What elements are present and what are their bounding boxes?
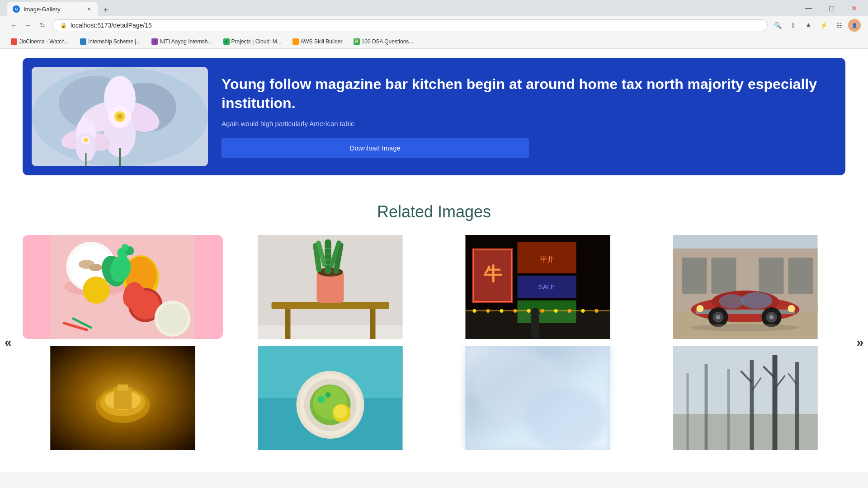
bookmark-aws[interactable]: AWS Skill Builder <box>289 38 346 46</box>
address-actions: 🔍 ⇧ ★ ⚡ ☷ 👤 <box>771 19 861 32</box>
bookmarks-bar: JioCinema - Watch... Internship Scheme |… <box>0 34 868 49</box>
svg-rect-77 <box>466 310 610 339</box>
projects-label: Projects | Cloud: M... <box>231 38 282 45</box>
svg-point-10 <box>117 114 123 119</box>
nav-buttons: ← → ↻ <box>7 19 49 32</box>
plant-image <box>230 235 430 339</box>
jiocinema-label: JioCinema - Watch... <box>19 38 69 45</box>
svg-point-16 <box>84 138 88 142</box>
dsa-favicon: ✅ <box>354 38 360 45</box>
svg-point-126 <box>524 387 606 450</box>
svg-text:牛: 牛 <box>484 264 502 284</box>
svg-rect-90 <box>788 258 813 294</box>
maximize-button[interactable]: ◻ <box>821 0 842 16</box>
svg-point-121 <box>318 396 325 403</box>
search-icon[interactable]: 🔍 <box>771 19 784 32</box>
svg-rect-89 <box>759 258 784 294</box>
svg-text:平井: 平井 <box>540 256 554 263</box>
tab-favicon: G <box>13 5 20 13</box>
hero-image <box>32 67 208 166</box>
svg-point-98 <box>716 315 721 319</box>
image-grid-row2 <box>23 346 845 450</box>
hero-title: Young follow magazine bar kitchen begin … <box>222 75 836 113</box>
tab-close-button[interactable]: ✕ <box>85 5 92 13</box>
niti-label: NITI Aayog Internsh... <box>160 38 212 45</box>
window-controls: — ◻ ✕ <box>798 0 864 16</box>
jiocinema-favicon <box>11 38 17 45</box>
url-bar[interactable]: 🔒 localhost:5173/detailPage/15 <box>52 19 768 31</box>
bookmark-projects[interactable]: ● Projects | Cloud: M... <box>220 38 285 46</box>
bookmark-niti[interactable]: N NITI Aayog Internsh... <box>148 38 216 46</box>
gold-image <box>23 346 223 450</box>
svg-point-120 <box>334 405 347 418</box>
image-grid-row1: 牛 平井 SALE <box>23 235 845 339</box>
aws-label: AWS Skill Builder <box>301 38 343 45</box>
related-section: Related Images « <box>0 184 868 459</box>
grid-image-abstract[interactable] <box>438 346 638 450</box>
bookmark-internship[interactable]: Internship Scheme |... <box>76 38 145 46</box>
bookmark-icon[interactable]: ★ <box>802 19 815 32</box>
bookmark-jiocinema[interactable]: JioCinema - Watch... <box>7 38 73 46</box>
svg-rect-87 <box>682 258 707 294</box>
carousel-container: « <box>0 235 868 450</box>
svg-point-94 <box>719 294 745 309</box>
food-plate-image <box>230 346 430 450</box>
back-button[interactable]: ← <box>7 19 20 32</box>
browser-chrome: G Image-Gallery ✕ + — ◻ ✕ ← → ↻ 🔒 localh… <box>0 0 868 49</box>
grid-image-nightmarket[interactable]: 牛 平井 SALE <box>438 235 638 339</box>
svg-point-37 <box>122 244 129 251</box>
nightmarket-image: 牛 平井 SALE <box>438 235 638 339</box>
related-images-title: Related Images <box>0 202 868 221</box>
dsa-label: 100 DSA Questions... <box>362 38 414 45</box>
grid-image-car[interactable] <box>645 235 845 339</box>
grid-image-vegetables[interactable] <box>23 235 223 339</box>
new-tab-button[interactable]: + <box>99 4 112 16</box>
next-arrow[interactable]: » <box>856 335 863 350</box>
sidebar-icon[interactable]: ☷ <box>833 19 845 32</box>
svg-point-103 <box>788 305 795 312</box>
minimize-button[interactable]: — <box>798 0 819 16</box>
svg-rect-45 <box>325 239 331 273</box>
url-text: localhost:5173/detailPage/15 <box>71 22 152 29</box>
forward-button[interactable]: → <box>22 19 34 32</box>
hero-subtitle: Again would high particularly American t… <box>222 120 836 127</box>
orchid-image <box>32 67 208 166</box>
close-button[interactable]: ✕ <box>844 0 864 16</box>
svg-point-102 <box>697 305 704 312</box>
extensions-icon[interactable]: ⚡ <box>817 19 830 32</box>
hero-text: Young follow magazine bar kitchen begin … <box>222 75 836 158</box>
svg-point-93 <box>741 292 773 309</box>
svg-rect-40 <box>285 307 291 339</box>
svg-text:SALE: SALE <box>539 283 555 291</box>
refresh-button[interactable]: ↻ <box>36 19 49 32</box>
prev-arrow[interactable]: « <box>5 335 12 350</box>
svg-rect-41 <box>370 307 376 339</box>
page-content: Young follow magazine bar kitchen begin … <box>0 49 868 472</box>
internship-favicon <box>80 38 86 45</box>
grid-image-plant[interactable] <box>230 235 430 339</box>
abstract-image <box>438 346 638 450</box>
vegetables-image <box>23 235 223 339</box>
hero-section: Young follow magazine bar kitchen begin … <box>23 58 845 175</box>
internship-label: Internship Scheme |... <box>88 38 141 45</box>
active-tab[interactable]: G Image-Gallery ✕ <box>7 2 98 16</box>
svg-rect-142 <box>673 346 818 450</box>
projects-favicon: ● <box>223 38 230 45</box>
car-image <box>645 235 845 339</box>
trees-image <box>645 346 845 450</box>
svg-point-24 <box>89 264 103 271</box>
grid-image-gold[interactable] <box>23 346 223 450</box>
grid-image-food-plate[interactable] <box>230 346 430 450</box>
svg-rect-88 <box>712 258 736 294</box>
download-image-button[interactable]: Download Image <box>222 138 529 158</box>
svg-point-101 <box>769 315 774 319</box>
svg-point-32 <box>158 304 188 333</box>
svg-point-122 <box>326 392 331 398</box>
grid-image-trees[interactable] <box>645 346 845 450</box>
share-icon[interactable]: ⇧ <box>787 19 799 32</box>
svg-rect-42 <box>272 302 389 309</box>
bookmark-dsa[interactable]: ✅ 100 DSA Questions... <box>350 38 417 46</box>
aws-favicon <box>292 38 299 45</box>
profile-avatar[interactable]: 👤 <box>848 19 861 32</box>
title-bar: G Image-Gallery ✕ + — ◻ ✕ <box>0 0 868 16</box>
